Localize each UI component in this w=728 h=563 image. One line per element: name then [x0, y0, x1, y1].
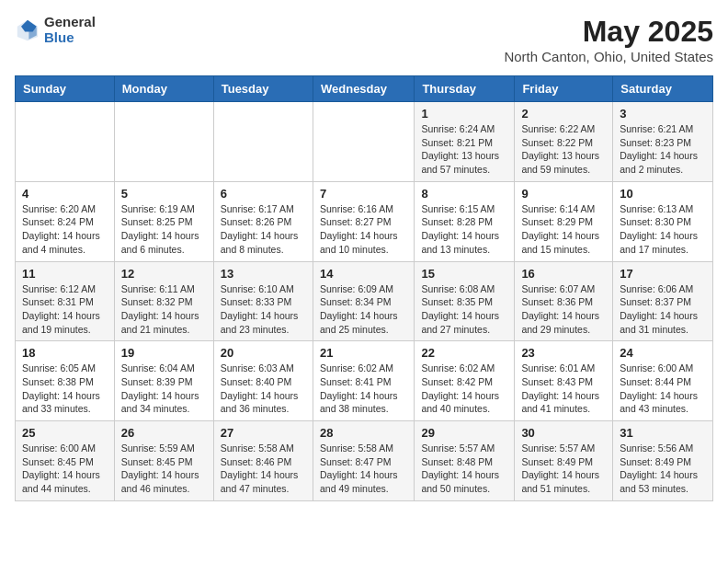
day-number: 3: [620, 107, 706, 121]
day-number: 7: [320, 187, 407, 201]
day-info: Sunrise: 6:03 AM Sunset: 8:40 PM Dayligh…: [221, 362, 306, 416]
day-info: Sunrise: 6:12 AM Sunset: 8:31 PM Dayligh…: [22, 282, 108, 337]
calendar-cell: 4Sunrise: 6:20 AM Sunset: 8:24 PM Daylig…: [16, 181, 115, 261]
day-info: Sunrise: 6:20 AM Sunset: 8:24 PM Dayligh…: [22, 202, 108, 257]
day-number: 27: [221, 426, 306, 440]
col-header-saturday: Saturday: [613, 76, 713, 102]
calendar-cell: 19Sunrise: 6:04 AM Sunset: 8:39 PM Dayli…: [114, 341, 213, 421]
calendar-cell: 13Sunrise: 6:10 AM Sunset: 8:33 PM Dayli…: [213, 261, 313, 341]
day-number: 29: [421, 426, 507, 440]
day-number: 26: [121, 426, 207, 440]
day-number: 13: [221, 267, 306, 281]
day-info: Sunrise: 6:17 AM Sunset: 8:26 PM Dayligh…: [221, 202, 306, 257]
day-info: Sunrise: 6:09 AM Sunset: 8:34 PM Dayligh…: [320, 282, 407, 337]
week-row-0: 1Sunrise: 6:24 AM Sunset: 8:21 PM Daylig…: [16, 102, 713, 182]
calendar-cell: 28Sunrise: 5:58 AM Sunset: 8:47 PM Dayli…: [313, 421, 414, 501]
day-number: 28: [320, 426, 407, 440]
col-header-wednesday: Wednesday: [313, 76, 414, 102]
day-number: 12: [121, 267, 207, 281]
day-info: Sunrise: 6:14 AM Sunset: 8:29 PM Dayligh…: [521, 202, 606, 257]
day-info: Sunrise: 6:04 AM Sunset: 8:39 PM Dayligh…: [121, 362, 207, 416]
day-info: Sunrise: 6:05 AM Sunset: 8:38 PM Dayligh…: [22, 362, 108, 416]
day-info: Sunrise: 5:58 AM Sunset: 8:46 PM Dayligh…: [221, 442, 306, 496]
day-number: 11: [22, 267, 108, 281]
day-info: Sunrise: 5:57 AM Sunset: 8:49 PM Dayligh…: [521, 442, 606, 496]
calendar-cell: [313, 102, 414, 182]
page-subtitle: North Canton, Ohio, United States: [504, 49, 713, 64]
logo-text: General Blue: [44, 15, 96, 45]
day-info: Sunrise: 5:58 AM Sunset: 8:47 PM Dayligh…: [320, 442, 407, 496]
day-number: 18: [22, 346, 108, 360]
col-header-tuesday: Tuesday: [213, 76, 313, 102]
calendar-cell: 22Sunrise: 6:02 AM Sunset: 8:42 PM Dayli…: [415, 341, 515, 421]
day-number: 5: [121, 187, 207, 201]
calendar-cell: 7Sunrise: 6:16 AM Sunset: 8:27 PM Daylig…: [313, 181, 414, 261]
week-row-3: 18Sunrise: 6:05 AM Sunset: 8:38 PM Dayli…: [16, 341, 713, 421]
calendar-cell: 14Sunrise: 6:09 AM Sunset: 8:34 PM Dayli…: [313, 261, 414, 341]
calendar-cell: 20Sunrise: 6:03 AM Sunset: 8:40 PM Dayli…: [213, 341, 313, 421]
logo-blue: Blue: [44, 30, 96, 46]
day-number: 6: [221, 187, 306, 201]
day-number: 9: [521, 187, 606, 201]
day-number: 14: [320, 267, 407, 281]
day-number: 20: [221, 346, 306, 360]
day-info: Sunrise: 6:13 AM Sunset: 8:30 PM Dayligh…: [620, 202, 706, 257]
calendar-cell: 11Sunrise: 6:12 AM Sunset: 8:31 PM Dayli…: [16, 261, 115, 341]
day-info: Sunrise: 6:06 AM Sunset: 8:37 PM Dayligh…: [620, 282, 706, 337]
week-row-4: 25Sunrise: 6:00 AM Sunset: 8:45 PM Dayli…: [16, 421, 713, 501]
calendar-cell: 12Sunrise: 6:11 AM Sunset: 8:32 PM Dayli…: [114, 261, 213, 341]
day-number: 4: [22, 187, 108, 201]
week-row-2: 11Sunrise: 6:12 AM Sunset: 8:31 PM Dayli…: [16, 261, 713, 341]
week-row-1: 4Sunrise: 6:20 AM Sunset: 8:24 PM Daylig…: [16, 181, 713, 261]
day-info: Sunrise: 6:21 AM Sunset: 8:23 PM Dayligh…: [620, 122, 706, 177]
calendar-cell: 31Sunrise: 5:56 AM Sunset: 8:49 PM Dayli…: [613, 421, 713, 501]
day-info: Sunrise: 5:57 AM Sunset: 8:48 PM Dayligh…: [421, 442, 507, 496]
day-number: 21: [320, 346, 407, 360]
day-number: 23: [521, 346, 606, 360]
day-info: Sunrise: 6:00 AM Sunset: 8:44 PM Dayligh…: [620, 362, 706, 416]
calendar-cell: 9Sunrise: 6:14 AM Sunset: 8:29 PM Daylig…: [515, 181, 613, 261]
day-number: 17: [620, 267, 706, 281]
col-header-monday: Monday: [114, 76, 213, 102]
title-block: May 2025 North Canton, Ohio, United Stat…: [504, 15, 713, 64]
calendar-cell: 6Sunrise: 6:17 AM Sunset: 8:26 PM Daylig…: [213, 181, 313, 261]
calendar-cell: 8Sunrise: 6:15 AM Sunset: 8:28 PM Daylig…: [415, 181, 515, 261]
calendar-cell: 5Sunrise: 6:19 AM Sunset: 8:25 PM Daylig…: [114, 181, 213, 261]
day-info: Sunrise: 6:10 AM Sunset: 8:33 PM Dayligh…: [221, 282, 306, 337]
day-number: 30: [521, 426, 606, 440]
calendar-cell: [16, 102, 115, 182]
day-info: Sunrise: 6:08 AM Sunset: 8:35 PM Dayligh…: [421, 282, 507, 337]
day-number: 1: [421, 107, 507, 121]
col-header-sunday: Sunday: [16, 76, 115, 102]
calendar-header-row: SundayMondayTuesdayWednesdayThursdayFrid…: [16, 76, 713, 102]
logo: General Blue: [15, 15, 96, 45]
calendar-cell: 1Sunrise: 6:24 AM Sunset: 8:21 PM Daylig…: [415, 102, 515, 182]
day-info: Sunrise: 6:02 AM Sunset: 8:41 PM Dayligh…: [320, 362, 407, 416]
calendar-cell: 16Sunrise: 6:07 AM Sunset: 8:36 PM Dayli…: [515, 261, 613, 341]
day-info: Sunrise: 6:11 AM Sunset: 8:32 PM Dayligh…: [121, 282, 207, 337]
page-header: General Blue May 2025 North Canton, Ohio…: [15, 15, 713, 64]
col-header-friday: Friday: [515, 76, 613, 102]
day-number: 15: [421, 267, 507, 281]
calendar-cell: 17Sunrise: 6:06 AM Sunset: 8:37 PM Dayli…: [613, 261, 713, 341]
day-number: 24: [620, 346, 706, 360]
day-number: 19: [121, 346, 207, 360]
calendar-cell: [114, 102, 213, 182]
calendar-cell: 24Sunrise: 6:00 AM Sunset: 8:44 PM Dayli…: [613, 341, 713, 421]
day-info: Sunrise: 5:56 AM Sunset: 8:49 PM Dayligh…: [620, 442, 706, 496]
page-title: May 2025: [504, 15, 713, 49]
col-header-thursday: Thursday: [415, 76, 515, 102]
day-number: 25: [22, 426, 108, 440]
day-number: 31: [620, 426, 706, 440]
calendar-cell: 26Sunrise: 5:59 AM Sunset: 8:45 PM Dayli…: [114, 421, 213, 501]
logo-icon: [15, 17, 40, 43]
calendar-table: SundayMondayTuesdayWednesdayThursdayFrid…: [15, 75, 713, 501]
calendar-cell: 18Sunrise: 6:05 AM Sunset: 8:38 PM Dayli…: [16, 341, 115, 421]
day-number: 16: [521, 267, 606, 281]
day-number: 2: [521, 107, 606, 121]
day-info: Sunrise: 6:24 AM Sunset: 8:21 PM Dayligh…: [421, 122, 507, 177]
calendar-cell: 27Sunrise: 5:58 AM Sunset: 8:46 PM Dayli…: [213, 421, 313, 501]
calendar-cell: 23Sunrise: 6:01 AM Sunset: 8:43 PM Dayli…: [515, 341, 613, 421]
day-info: Sunrise: 6:19 AM Sunset: 8:25 PM Dayligh…: [121, 202, 207, 257]
day-number: 10: [620, 187, 706, 201]
